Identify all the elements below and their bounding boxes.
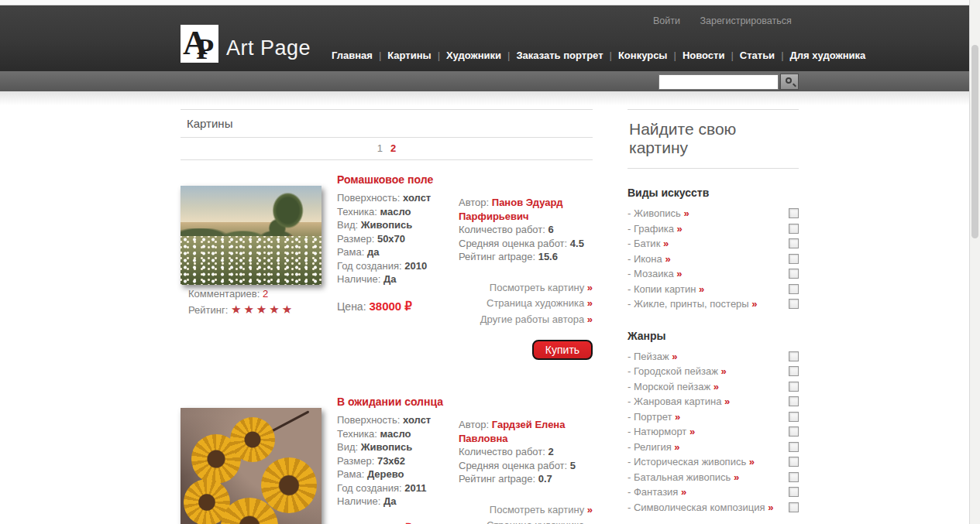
- nav-separator: |: [438, 50, 440, 61]
- nav-separator: |: [781, 50, 783, 61]
- filter-checkbox[interactable]: [789, 254, 799, 264]
- listing-links: Посмотреть картину »Страница художника »…: [459, 502, 593, 524]
- pagination-page-2[interactable]: 2: [390, 142, 396, 154]
- sidebar-filter-link[interactable]: - Портрет »: [628, 411, 680, 423]
- double-arrow-icon: »: [714, 381, 719, 392]
- listing-link-2[interactable]: Страница художника »: [459, 296, 593, 312]
- filter-checkbox[interactable]: [789, 382, 799, 392]
- painting-title[interactable]: В ожидании солнца: [337, 396, 459, 408]
- main-nav: Главная|Картины|Художники|Заказать портр…: [332, 50, 865, 61]
- sidebar-filter-link[interactable]: - Копии картин »: [628, 283, 704, 295]
- filter-checkbox[interactable]: [789, 299, 799, 309]
- listing-link-3[interactable]: Другие работы автора »: [459, 312, 593, 328]
- nav-link-4[interactable]: Заказать портрет: [516, 50, 603, 61]
- nav-link-6[interactable]: Новости: [683, 50, 725, 61]
- search-input[interactable]: [658, 74, 779, 90]
- author-stat-row: Средняя оценка работ: 4.5: [459, 237, 593, 251]
- search-button[interactable]: [780, 74, 799, 90]
- sidebar-filter-row: - Символическая композиция »: [628, 500, 799, 515]
- login-link[interactable]: Войти: [653, 15, 680, 26]
- sidebar-filter-row: - Батальная живопись »: [628, 470, 799, 485]
- filter-checkbox[interactable]: [789, 284, 799, 294]
- pagination-page-1[interactable]: 1: [377, 142, 383, 154]
- painting-title[interactable]: Ромашковое поле: [337, 173, 459, 186]
- sunflowers-still-life-painting[interactable]: [181, 408, 322, 524]
- sidebar-filter-link[interactable]: - Живопись »: [628, 207, 689, 219]
- detail-row: Рама: да: [337, 245, 459, 259]
- double-arrow-icon: »: [721, 365, 727, 377]
- filter-checkbox[interactable]: [789, 426, 799, 437]
- filter-checkbox[interactable]: [789, 238, 799, 248]
- filter-checkbox[interactable]: [789, 269, 799, 279]
- filter-checkbox[interactable]: [789, 502, 799, 512]
- price-label: Цена:: [337, 300, 369, 313]
- sidebar-filter-link[interactable]: - Графика »: [628, 223, 683, 235]
- scrollbar-thumb[interactable]: [971, 45, 978, 238]
- double-arrow-icon: »: [749, 456, 755, 467]
- site-logo[interactable]: A P: [181, 25, 218, 63]
- filter-checkbox[interactable]: [789, 351, 799, 361]
- buy-button[interactable]: Купить: [532, 340, 593, 360]
- detail-row: Размер: 50x70: [337, 232, 459, 246]
- double-arrow-icon: »: [675, 411, 680, 423]
- painting-card: Комментариев: 2Рейтинг: ★★★★★Ромашковое …: [181, 173, 593, 360]
- sidebar-filter-link[interactable]: - Натюрморт »: [628, 426, 695, 437]
- double-arrow-icon: »: [734, 471, 739, 483]
- filter-checkbox[interactable]: [789, 457, 799, 467]
- nav-link-7[interactable]: Статьи: [740, 50, 775, 61]
- listing-link-2[interactable]: Страница художника »: [459, 518, 593, 524]
- sidebar-sections: Виды искусств- Живопись »- Графика »- Ба…: [628, 187, 799, 524]
- sidebar-filter-row: - Мозаика »: [628, 266, 799, 282]
- sidebar-filter-link[interactable]: - Морской пейзаж »: [628, 381, 719, 392]
- sidebar-filter-link[interactable]: - Батальная живопись »: [628, 471, 739, 483]
- double-arrow-icon: »: [587, 519, 593, 524]
- scrollbar[interactable]: [969, 0, 980, 524]
- double-arrow-icon: »: [663, 238, 669, 249]
- daisy-field-landscape-painting[interactable]: [181, 186, 322, 285]
- sidebar-filter-row: - Живопись »: [628, 206, 799, 221]
- sidebar-filter-link[interactable]: - Символическая композиция »: [628, 502, 773, 513]
- filter-checkbox[interactable]: [789, 208, 799, 218]
- register-link[interactable]: Зарегистрироваться: [700, 15, 791, 26]
- filter-checkbox[interactable]: [789, 366, 799, 376]
- painting-card: В ожидании солнцаПоверхность: холстТехни…: [181, 396, 593, 524]
- filter-checkbox[interactable]: [789, 472, 799, 482]
- sidebar-filter-link[interactable]: - Фантазия »: [628, 486, 686, 498]
- sidebar-filter-link[interactable]: - Историческая живопись »: [628, 456, 755, 467]
- double-arrow-icon: »: [587, 313, 593, 325]
- sidebar-filter-link[interactable]: - Мозаика »: [628, 268, 683, 279]
- rating-line: Рейтинг: ★★★★★: [181, 303, 337, 317]
- sidebar-filter-link[interactable]: - Пейзаж »: [628, 351, 678, 362]
- sidebar-filter-link[interactable]: - Батик »: [628, 238, 669, 249]
- sidebar-filter-link[interactable]: - Жанровая картина »: [628, 396, 730, 407]
- auth-links: Войти Зарегистрироваться: [653, 15, 809, 26]
- author-stat-row: Количество работ: 2: [459, 445, 593, 459]
- listing-link-1[interactable]: Посмотреть картину »: [459, 502, 593, 519]
- sidebar-filter-row: - Натюрморт »: [628, 424, 799, 440]
- sidebar-filter-link[interactable]: - Религия »: [628, 441, 680, 453]
- comments-count[interactable]: 2: [263, 288, 268, 300]
- sidebar-filter-link[interactable]: - Городской пейзаж »: [628, 365, 727, 377]
- sidebar-section-heading: Жанры: [628, 330, 799, 342]
- filter-checkbox[interactable]: [789, 412, 799, 422]
- double-arrow-icon: »: [672, 351, 677, 362]
- nav-link-5[interactable]: Конкурсы: [618, 50, 668, 61]
- sidebar-filter-link[interactable]: - Икона »: [628, 253, 671, 265]
- filter-checkbox[interactable]: [789, 487, 799, 497]
- page: Войти Зарегистрироваться A P Art Page Гл…: [0, 0, 980, 524]
- filter-checkbox[interactable]: [789, 224, 799, 234]
- listings: Комментариев: 2Рейтинг: ★★★★★Ромашковое …: [181, 173, 593, 524]
- nav-link-8[interactable]: Для художника: [790, 50, 866, 61]
- listing-link-1[interactable]: Посмотреть картину »: [459, 280, 593, 296]
- nav-link-2[interactable]: Картины: [387, 50, 431, 61]
- nav-link-1[interactable]: Главная: [332, 50, 373, 61]
- main-content: Картины 12 Комментариев: 2Рейтинг: ★★★★★…: [181, 109, 593, 524]
- filter-checkbox[interactable]: [789, 442, 799, 452]
- detail-row: Техника: масло: [337, 205, 459, 219]
- nav-link-3[interactable]: Художники: [446, 50, 501, 61]
- sidebar-filter-link[interactable]: - Жикле, принты, постеры »: [628, 298, 758, 310]
- filter-checkbox[interactable]: [789, 396, 799, 406]
- rating-label: Рейтинг:: [188, 304, 231, 316]
- price-line: Цена: 38000 ₽: [337, 300, 459, 313]
- sidebar-title: Найдите свою картину: [628, 109, 799, 169]
